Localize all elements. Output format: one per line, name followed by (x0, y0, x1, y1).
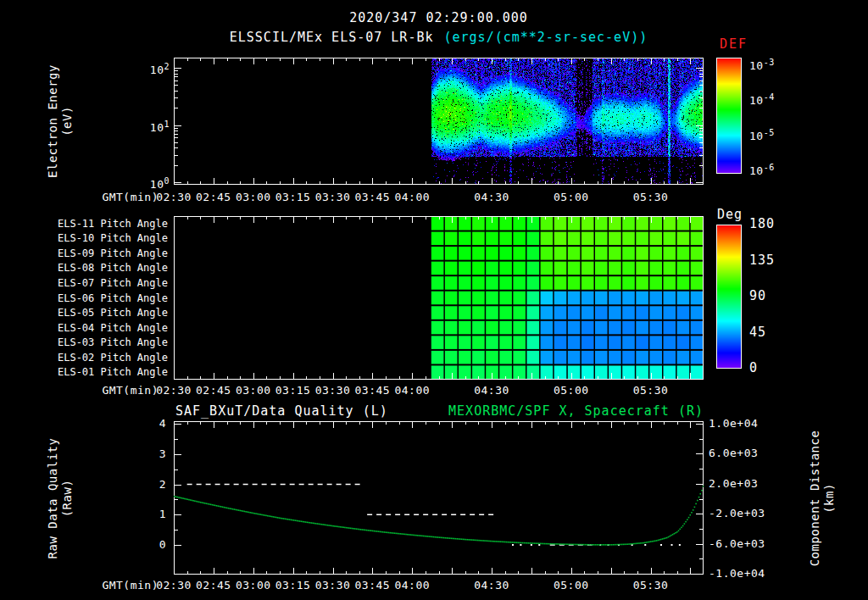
quality-tick-label: 4 (132, 417, 166, 430)
def-scale-tick-label-exp: -6 (764, 163, 775, 172)
x-tick-label: 03:45 (350, 191, 394, 203)
plot-title-line: ELSSCIL/MEx ELS-07 LR-Bk(ergs/(cm**2-sr-… (89, 31, 788, 45)
x-tick-label: 03:15 (271, 191, 315, 203)
x-tick-label: 03:00 (231, 191, 275, 203)
pitch-angle-canvas (174, 216, 704, 380)
x-tick-label: 02:45 (192, 191, 236, 203)
distance-axis-title-line1: Component Distance (808, 418, 822, 579)
x-tick-label: 02:45 (192, 384, 236, 397)
x-tick-label: 03:00 (231, 384, 275, 397)
deg-colorbar-title: Deg (717, 208, 743, 222)
def-scale-tick-label: 10-4 (749, 91, 809, 107)
x-tick-label: 04:30 (470, 191, 514, 203)
def-colorbar (716, 58, 742, 174)
x-tick-label: 03:15 (271, 579, 315, 592)
distance-tick-label: -6.0e+03 (709, 537, 776, 550)
quality-tick-label: 2 (132, 478, 166, 491)
pitch-row-label: ELS-06 Pitch Angle (34, 292, 168, 305)
x-tick-label: 03:45 (350, 579, 394, 592)
quality-tick-label: 1 (132, 508, 166, 520)
quality-axis-title-line1: Raw Data Quality (46, 426, 60, 570)
quality-axis-title: Raw Data Quality (Raw) (46, 426, 75, 570)
def-scale-tick-label-base: 10 (749, 95, 764, 108)
x-tick-label: 02:30 (152, 384, 196, 397)
pitch-row-label: ELS-11 Pitch Angle (34, 218, 168, 231)
def-scale-tick-label: 10-5 (749, 126, 809, 142)
x-tick-label: 04:00 (390, 579, 434, 592)
pitch-row-label: ELS-08 Pitch Angle (34, 262, 168, 275)
energy-tick-label: 102 (127, 60, 170, 76)
x-tick-label: 02:30 (152, 579, 196, 592)
x-tick-label: 03:45 (350, 384, 394, 397)
x-tick-label: 05:30 (629, 191, 673, 203)
pitch-row-label: ELS-03 Pitch Angle (34, 336, 168, 349)
gmt-axis-label: GMT(min) (86, 579, 159, 592)
left-series-title: SAF_BXuT/Data Quality (L) (175, 404, 388, 419)
def-scale-tick-label-exp: -4 (764, 92, 775, 102)
energy-tick-label: 101 (127, 118, 170, 134)
energy-axis-title-line1: Electron Energy (46, 58, 60, 185)
gmt-axis-label: GMT(min) (86, 384, 159, 397)
pitch-row-label: ELS-05 Pitch Angle (34, 307, 168, 319)
x-tick-label: 03:30 (311, 191, 355, 203)
deg-tick-label: 135 (749, 253, 792, 268)
x-tick-label: 05:00 (549, 384, 593, 397)
x-tick-label: 03:30 (311, 579, 355, 592)
distance-tick-label: 2.0e+03 (709, 477, 776, 490)
spectrogram-canvas (174, 58, 704, 185)
energy-tick-label-base: 10 (150, 121, 164, 134)
pitch-row-label: ELS-07 Pitch Angle (34, 277, 168, 290)
def-scale-tick-label-exp: -3 (764, 58, 775, 67)
distance-axis-title-line2: (km) (822, 418, 837, 579)
units-label: (ergs/(cm**2-sr-sec-eV)) (444, 30, 648, 45)
distance-tick-label: 6.0e+03 (709, 447, 776, 459)
deg-tick-label: 45 (749, 325, 792, 340)
energy-tick-label-exp: 0 (164, 176, 170, 186)
def-colorbar-title: DEF (720, 37, 748, 52)
x-tick-label: 02:30 (152, 191, 196, 203)
instrument-title: ELSSCIL/MEx ELS-07 LR-Bk (230, 30, 434, 45)
right-series-title: MEXORBMC/SPF X, Spacecraft (R) (381, 404, 704, 419)
x-tick-label: 02:45 (192, 579, 236, 592)
deg-colorbar (716, 225, 742, 369)
x-tick-label: 03:15 (271, 384, 315, 397)
x-tick-label: 04:00 (390, 191, 434, 203)
def-scale-tick-label-base: 10 (749, 164, 764, 177)
energy-tick-label: 100 (127, 175, 170, 191)
deg-tick-label: 0 (749, 361, 792, 375)
pitch-row-label: ELS-02 Pitch Angle (34, 352, 168, 364)
quality-tick-label: 0 (132, 538, 166, 551)
def-scale-tick-label-base: 10 (749, 59, 764, 72)
pitch-row-label: ELS-09 Pitch Angle (34, 247, 168, 260)
deg-tick-label: 90 (749, 289, 792, 303)
def-scale-tick-label: 10-3 (749, 56, 809, 72)
els-quicklook-plot: 2020/347 02:29:00.000 ELSSCIL/MEx ELS-07… (0, 0, 868, 600)
x-tick-label: 03:30 (311, 384, 355, 397)
gmt-axis-label: GMT(min) (86, 191, 159, 203)
quality-axis-title-line2: (Raw) (60, 426, 75, 570)
distance-axis-title: Component Distance (km) (808, 418, 837, 579)
pitch-row-label: ELS-10 Pitch Angle (34, 232, 168, 245)
distance-tick-label: -2.0e+03 (709, 507, 776, 519)
x-tick-label: 05:30 (629, 384, 673, 397)
x-tick-label: 03:00 (231, 579, 275, 592)
energy-axis-title: Electron Energy (eV) (46, 58, 75, 185)
x-tick-label: 04:00 (390, 384, 434, 397)
x-tick-label: 05:30 (629, 579, 673, 592)
x-tick-label: 05:00 (549, 579, 593, 592)
def-scale-tick-label-base: 10 (749, 130, 764, 142)
energy-axis-title-line2: (eV) (60, 58, 75, 185)
energy-tick-label-base: 10 (150, 64, 164, 76)
x-tick-label: 04:30 (470, 579, 514, 592)
def-scale-tick-label-exp: -5 (764, 128, 775, 137)
energy-tick-label-exp: 1 (164, 119, 170, 129)
distance-tick-label: 1.0e+04 (709, 417, 776, 430)
distance-tick-label: -1.0e+04 (709, 567, 776, 580)
def-scale-tick-label: 10-6 (749, 161, 809, 177)
x-tick-label: 04:30 (470, 384, 514, 397)
timestamp: 2020/347 02:29:00.000 (174, 11, 704, 25)
pitch-row-label: ELS-01 Pitch Angle (34, 366, 168, 379)
quality-tick-label: 3 (132, 447, 166, 460)
pitch-row-label: ELS-04 Pitch Angle (34, 322, 168, 335)
deg-tick-label: 180 (749, 217, 792, 231)
